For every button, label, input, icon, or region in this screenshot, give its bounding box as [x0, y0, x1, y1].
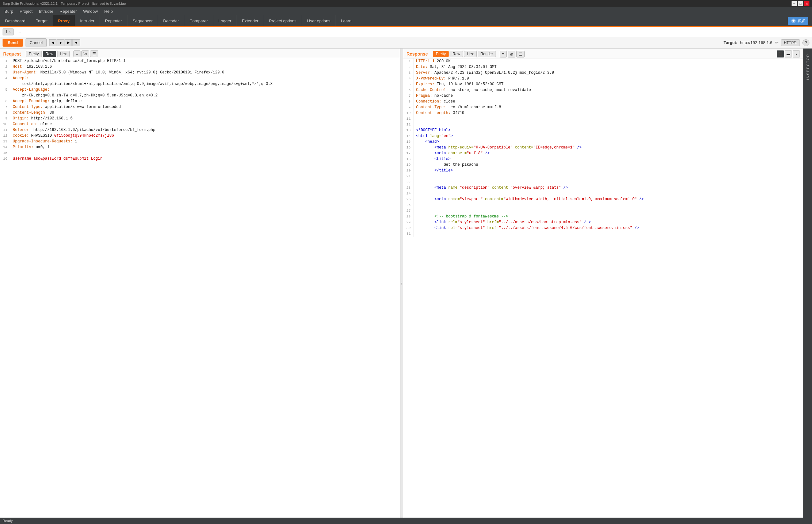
- resp-line-8: 8 Connection: close: [403, 99, 803, 104]
- single-view-icon[interactable]: ▪: [793, 50, 800, 58]
- response-pretty-btn[interactable]: Pretty: [433, 51, 449, 57]
- tab-comparer[interactable]: Comparer: [184, 15, 213, 26]
- request-pretty-btn[interactable]: Pretty: [26, 51, 42, 57]
- tab-learn[interactable]: Learn: [336, 15, 357, 26]
- http-version-selector[interactable]: HTTP/1: [781, 39, 800, 46]
- resp-line-12: 12: [403, 122, 803, 127]
- request-line-1: 1 POST /pikachu/vul/burteforce/bf_form.p…: [0, 58, 400, 64]
- inspector-sidebar: INSPECTOR: [803, 49, 812, 518]
- burp-collab-button[interactable]: 拶拶: [788, 17, 808, 25]
- tab-decoder[interactable]: Decoder: [158, 15, 184, 26]
- request-line-5: 5 Accept-Language:: [0, 87, 400, 93]
- resp-line-6: 6 Cache-Control: no-store, no-cache, mus…: [403, 87, 803, 93]
- menu-burp[interactable]: Burp: [1, 8, 16, 15]
- response-raw-btn[interactable]: Raw: [450, 51, 463, 57]
- close-button[interactable]: ✕: [804, 1, 809, 6]
- subtab-1-close[interactable]: ×: [9, 30, 11, 34]
- target-url: http://192.168.1.6: [740, 40, 772, 45]
- maximize-button[interactable]: □: [798, 1, 803, 6]
- tab-extender[interactable]: Extender: [237, 15, 264, 26]
- tab-sequencer[interactable]: Sequencer: [128, 15, 158, 26]
- tab-dashboard[interactable]: Dashboard: [0, 15, 31, 26]
- response-title: Response: [407, 51, 428, 56]
- tab-target[interactable]: Target: [31, 15, 53, 26]
- request-newline-icon[interactable]: \n: [81, 50, 89, 57]
- resp-line-10: 10 Content-Length: 34719: [403, 110, 803, 116]
- request-title: Request: [3, 51, 21, 56]
- response-menu-icon[interactable]: ☰: [516, 51, 525, 58]
- split-horizontal-icon[interactable]: ▬: [785, 50, 792, 58]
- inspector-label[interactable]: INSPECTOR: [806, 54, 810, 80]
- subtab-1[interactable]: 1 ×: [3, 29, 14, 35]
- resp-line-28: 28 <!-- bootstrap & fontawesome -->: [403, 214, 803, 219]
- app-title: Burp Suite Professional v2021.12.1 - Tem…: [3, 2, 126, 5]
- resp-line-27: 27: [403, 208, 803, 214]
- menu-repeater[interactable]: Repeater: [56, 8, 80, 15]
- resp-line-16: 16 <meta http-equiv="X-UA-Compatible" co…: [403, 145, 803, 150]
- response-render-btn[interactable]: Render: [478, 51, 496, 57]
- request-line-7: 7 Content-Type: application/x-www-form-u…: [0, 104, 400, 110]
- drag-handle[interactable]: ⋮: [400, 49, 403, 518]
- resp-line-11: 11: [403, 116, 803, 122]
- prev-down-button[interactable]: ▼: [56, 39, 65, 46]
- resp-line-23: 23 <meta name="description" content="ove…: [403, 185, 803, 191]
- title-bar: Burp Suite Professional v2021.12.1 - Tem…: [0, 0, 812, 7]
- menu-project[interactable]: Project: [16, 8, 35, 15]
- subtab-row: 1 × …: [0, 27, 812, 37]
- edit-target-icon[interactable]: ✏: [775, 40, 778, 45]
- request-line-3: 3 User-Agent: Mozilla/5.0 (Windows NT 10…: [0, 70, 400, 75]
- request-line-10: 10 Connection: close: [0, 121, 400, 127]
- nav-tabs: Dashboard Target Proxy Intruder Repeater…: [0, 15, 812, 27]
- request-extra-buttons: ≡ \n ☰: [73, 50, 98, 57]
- resp-line-14: 14 <html lang="en">: [403, 133, 803, 139]
- response-hex-btn[interactable]: Hex: [464, 51, 476, 57]
- menu-intruder[interactable]: Intruder: [36, 8, 56, 15]
- tab-proxy[interactable]: Proxy: [53, 15, 75, 27]
- send-button[interactable]: Send: [3, 39, 23, 47]
- request-line-2: 2 Host: 192.168.1.6: [0, 64, 400, 70]
- resp-line-30: 30 <link rel="stylesheet" href="../../as…: [403, 225, 803, 231]
- request-line-8: 8 Content-Length: 39: [0, 110, 400, 116]
- request-header: Request Pretty Raw Hex ≡ \n ☰: [0, 49, 400, 58]
- resp-line-13: 13 <!DOCTYPE html>: [403, 127, 803, 133]
- resp-line-20: 20 </title>: [403, 168, 803, 174]
- tab-user-options[interactable]: User options: [302, 15, 336, 26]
- request-list-icon[interactable]: ≡: [73, 50, 81, 57]
- help-button[interactable]: ?: [802, 39, 809, 46]
- resp-line-5: 5 Expires: Thu, 19 Nov 1981 08:52:00 GMT: [403, 81, 803, 87]
- request-line-12: 12 Cookie: PHPSESSID=0fi5oodjtq394kn64c2…: [0, 133, 400, 138]
- request-line-9: 9 Origin: http://192.168.1.6: [0, 116, 400, 121]
- tab-intruder[interactable]: Intruder: [75, 15, 100, 26]
- request-line-4b: text/html,application/xhtml+xml,applicat…: [0, 81, 400, 87]
- response-header: Response Pretty Raw Hex Render ≡ \n ☰ ⬛ …: [403, 49, 803, 59]
- request-line-4: 4 Accept:: [0, 75, 400, 81]
- tab-project-options[interactable]: Project options: [264, 15, 302, 26]
- split-vertical-icon[interactable]: ⬛: [777, 50, 784, 58]
- resp-line-22: 22: [403, 179, 803, 185]
- nav-extra: 拶拶: [784, 15, 812, 26]
- subtab-more[interactable]: …: [15, 29, 24, 35]
- status-bar: Ready: [0, 518, 812, 524]
- request-code-area[interactable]: 1 POST /pikachu/vul/burteforce/bf_form.p…: [0, 58, 400, 518]
- minimize-button[interactable]: ─: [792, 1, 797, 6]
- response-newline-icon[interactable]: \n: [508, 51, 516, 58]
- request-line-6: 6 Accept-Encoding: gzip, deflate: [0, 98, 400, 104]
- request-format-tabs: Pretty Raw Hex: [26, 51, 70, 57]
- menu-help[interactable]: Help: [101, 8, 116, 15]
- resp-line-31: 31: [403, 231, 803, 236]
- request-raw-btn[interactable]: Raw: [43, 51, 56, 57]
- menu-window[interactable]: Window: [80, 8, 101, 15]
- next-down-button[interactable]: ▼: [72, 39, 80, 46]
- cancel-button[interactable]: Cancel: [26, 38, 47, 47]
- prev-button[interactable]: ◀: [49, 39, 56, 46]
- toolbar: Send Cancel ◀ ▼ ▶ ▼ Target: http://192.1…: [0, 37, 812, 49]
- response-list-icon[interactable]: ≡: [500, 51, 507, 58]
- resp-line-9: 9 Content-Type: text/html;charset=utf-8: [403, 104, 803, 110]
- resp-line-18: 18 <title>: [403, 156, 803, 162]
- tab-repeater[interactable]: Repeater: [100, 15, 128, 26]
- request-hex-btn[interactable]: Hex: [57, 51, 70, 57]
- next-button[interactable]: ▶: [65, 39, 72, 46]
- tab-logger[interactable]: Logger: [213, 15, 237, 26]
- request-menu-icon[interactable]: ☰: [90, 50, 98, 57]
- response-code-area[interactable]: 1 HTTP/1.1 200 OK 2 Date: Sat, 31 Aug 20…: [403, 59, 803, 518]
